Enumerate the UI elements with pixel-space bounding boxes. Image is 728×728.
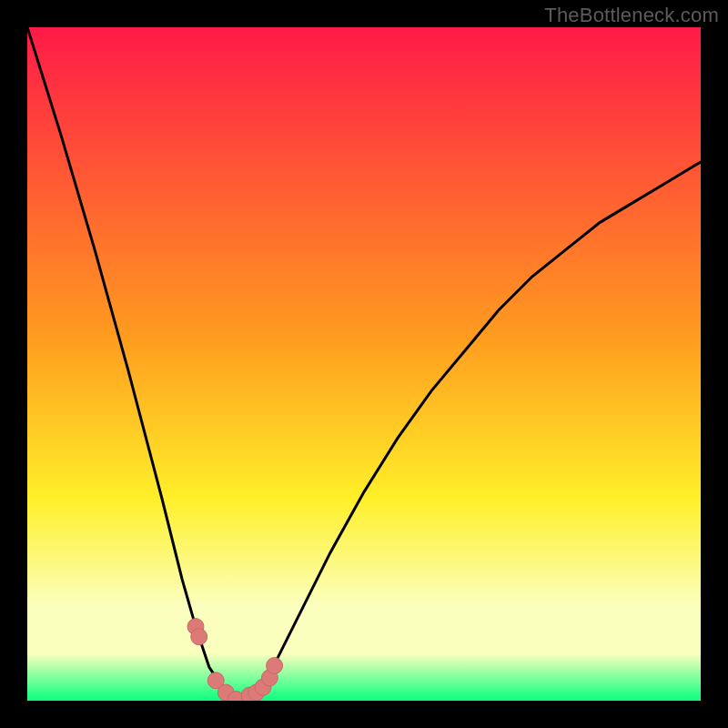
chart-svg [27,27,701,701]
chart-frame: TheBottleneck.com [0,0,728,728]
watermark-text: TheBottleneck.com [544,4,719,27]
gradient-background [27,27,701,701]
plot-area [27,27,701,701]
data-marker [191,629,207,645]
data-marker [267,658,283,674]
